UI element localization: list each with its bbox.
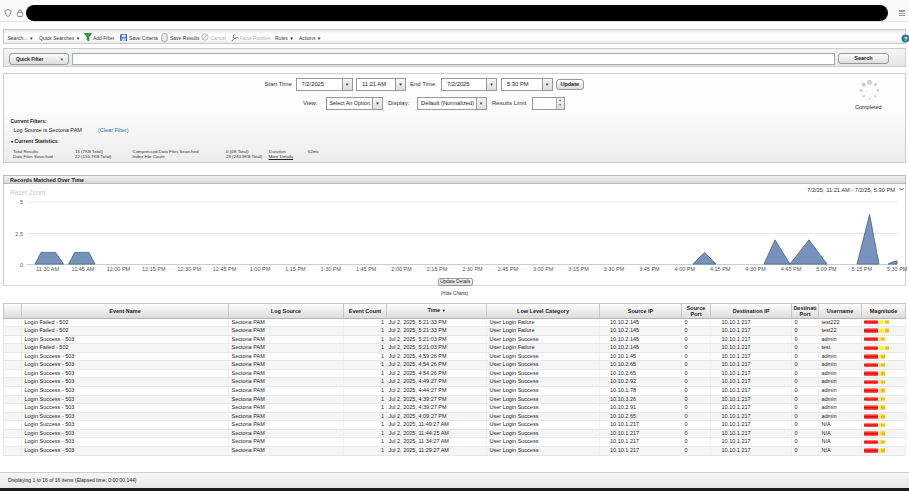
svg-text:2:45 PM: 2:45 PM: [498, 266, 519, 272]
svg-text:1:30 PM: 1:30 PM: [321, 266, 342, 272]
svg-text:2:30 PM: 2:30 PM: [462, 266, 483, 272]
svg-text:2:15 PM: 2:15 PM: [427, 266, 448, 272]
svg-text:11:30 AM: 11:30 AM: [36, 266, 59, 272]
svg-text:5:30 PM: 5:30 PM: [887, 266, 908, 272]
svg-text:11:45 AM: 11:45 AM: [72, 266, 95, 272]
svg-text:3:15 PM: 3:15 PM: [568, 266, 589, 272]
svg-text:4:15 PM: 4:15 PM: [710, 266, 731, 272]
svg-text:5:15 PM: 5:15 PM: [852, 266, 873, 272]
svg-text:3:45 PM: 3:45 PM: [639, 266, 660, 272]
svg-text:4:45 PM: 4:45 PM: [781, 266, 802, 272]
svg-text:2.5: 2.5: [15, 231, 23, 237]
svg-text:5:00 PM: 5:00 PM: [816, 266, 837, 272]
svg-text:3:30 PM: 3:30 PM: [604, 266, 625, 272]
svg-text:4:00 PM: 4:00 PM: [675, 266, 696, 272]
svg-text:12:30 PM: 12:30 PM: [177, 266, 201, 272]
svg-text:1:45 PM: 1:45 PM: [356, 266, 377, 272]
svg-text:?: ?: [904, 36, 908, 42]
svg-text:12:00 PM: 12:00 PM: [107, 266, 131, 272]
svg-text:4:30 PM: 4:30 PM: [745, 266, 766, 272]
svg-text:1:00 PM: 1:00 PM: [250, 266, 271, 272]
svg-text:Reset Zoom: Reset Zoom: [10, 189, 45, 196]
svg-text:0: 0: [20, 262, 23, 268]
svg-text:1:15 PM: 1:15 PM: [285, 266, 306, 272]
svg-text:2:00 PM: 2:00 PM: [391, 266, 412, 272]
svg-text:12:45 PM: 12:45 PM: [213, 266, 237, 272]
svg-text:12:15 PM: 12:15 PM: [142, 266, 166, 272]
svg-text:5: 5: [20, 199, 23, 205]
svg-text:3:00 PM: 3:00 PM: [533, 266, 554, 272]
svg-text:7/2/25, 11:21 AM - 7/2/25, 5:3: 7/2/25, 11:21 AM - 7/2/25, 5:30 PM: [807, 187, 895, 193]
